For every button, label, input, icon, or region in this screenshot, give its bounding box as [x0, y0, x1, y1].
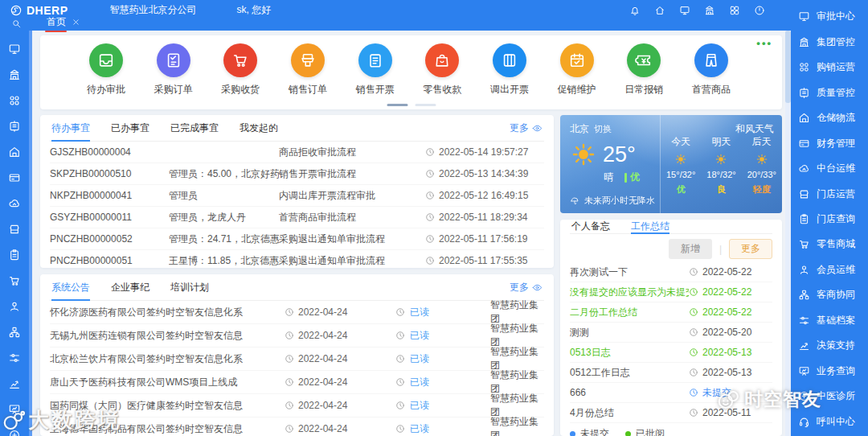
search-button[interactable] — [0, 19, 32, 29]
user-greeting[interactable]: sk, 您好 — [237, 3, 272, 17]
rail-item[interactable] — [8, 139, 21, 165]
sidebar-item[interactable]: 基础档案 — [791, 308, 868, 333]
sidebar-item[interactable]: 会员运维 — [791, 257, 868, 282]
logo-icon — [10, 4, 23, 17]
memo-row[interactable]: 没有提交的应该显示为未提交 2022-05-22 — [570, 282, 772, 302]
monitor-icon[interactable] — [679, 5, 690, 16]
quick-action[interactable]: 日常报销 — [615, 43, 673, 97]
memo-row[interactable]: 0513日志 2022-05-13 — [570, 343, 772, 363]
home-icon[interactable] — [654, 5, 665, 16]
sidebar-item[interactable]: 中台运维 — [791, 156, 868, 181]
sidebar-item[interactable]: 仓储物流 — [791, 105, 868, 130]
memo-row[interactable]: 4月份总结 2022-05-11 — [570, 403, 772, 423]
quick-action[interactable]: 首营商品 — [682, 43, 740, 97]
quick-action[interactable]: 销售开票 — [346, 43, 404, 97]
announcement-row[interactable]: 上海德华国药制品有限公司签约时空智友信息 2022-04-24 已读 智慧药业集… — [50, 417, 544, 436]
rail-item[interactable] — [8, 113, 21, 139]
todo-tab[interactable]: 待办事宜 — [51, 115, 90, 141]
rail-item[interactable] — [8, 88, 21, 113]
rail-item[interactable] — [8, 294, 21, 319]
rail-item[interactable] — [8, 319, 21, 345]
memo-more-button[interactable]: 更多 — [729, 239, 772, 259]
memo-tab[interactable]: 个人备忘 — [571, 220, 610, 233]
warehouse-icon — [8, 146, 21, 158]
rail-item[interactable] — [8, 242, 21, 268]
power-icon[interactable] — [754, 5, 765, 16]
sidebar-item[interactable]: 零售商城 — [791, 232, 868, 257]
sidebar-item[interactable]: 门店查询 — [791, 207, 868, 232]
todo-row[interactable]: PNCZHB00000052 管理员：24.71，北京德惠康医药... 采购退出… — [50, 228, 544, 250]
quick-actions-more-button[interactable]: ••• — [756, 37, 772, 49]
sidebar-item[interactable]: 中医诊所 — [791, 384, 868, 409]
todo-row[interactable]: NKPZHB00000041 管理员 内调出库开票流程审批 2022-05-12… — [50, 185, 544, 207]
announcement-row[interactable]: 怀化济源医药有限公司签约时空智友信息化系 2022-04-24 已读 智慧药业集… — [50, 301, 544, 324]
todo-more-link[interactable]: 更多 — [510, 121, 542, 135]
todo-tab[interactable]: 我发起的 — [240, 115, 278, 141]
rail-item[interactable] — [8, 422, 21, 436]
rail-item[interactable] — [8, 36, 21, 62]
announcement-row[interactable]: 无锡九州医药连锁有限公司签约时空智友信息 2022-04-24 已读 智慧药业集… — [50, 324, 544, 348]
tab-close-icon[interactable] — [72, 18, 80, 27]
quick-action[interactable]: 促销维护 — [548, 43, 606, 97]
quick-action[interactable]: 零售收款 — [413, 43, 471, 97]
memo-add-button[interactable]: 新增 — [669, 239, 712, 259]
memo-row[interactable]: 666 未提交 — [570, 383, 772, 403]
sidebar-item[interactable]: 业务查询 — [791, 359, 868, 384]
sidebar-item[interactable]: 审批中心 — [791, 4, 868, 29]
memo-row[interactable]: 0512工作日志 2022-05-13 — [570, 363, 772, 383]
sun-icon — [755, 153, 768, 166]
sidebar-item[interactable]: 客商协同 — [791, 282, 868, 307]
bank-icon[interactable] — [704, 5, 715, 16]
announcement-row[interactable]: 唐山天予医药科技有限公司WMS项目上线成 2022-04-24 已读 智慧药业集… — [50, 371, 544, 394]
sidebar-item[interactable]: 购销运营 — [791, 55, 868, 80]
memo-row[interactable]: 测测 2022-05-20 — [570, 323, 772, 343]
memo-row[interactable]: 二月份工作总结 2022-05-22 — [570, 302, 772, 323]
announcement-row[interactable]: 国药同煤（大同）医疗健康签约时空智友信息 2022-04-24 已读 智慧药业集… — [50, 394, 544, 417]
rail-item[interactable] — [8, 268, 21, 294]
clock-icon — [395, 354, 405, 364]
sidebar-item[interactable]: 财务管理 — [791, 130, 868, 155]
memo-title: 666 — [570, 387, 689, 398]
pagination-dash-active[interactable] — [387, 104, 407, 106]
quick-action[interactable]: 采购订单 — [145, 43, 203, 97]
todo-row[interactable]: SKPZHB00000510 管理员：45.00，北京好药师药店... 销售开票… — [50, 163, 544, 185]
sidebar-item-label: 仓储物流 — [817, 111, 855, 125]
rail-item[interactable] — [8, 165, 21, 191]
memo-row[interactable]: 再次测试一下 2022-05-22 — [570, 262, 772, 282]
pagination-dash[interactable] — [415, 104, 436, 106]
announcement-tab[interactable]: 培训计划 — [170, 274, 209, 300]
rail-item[interactable] — [8, 191, 21, 216]
todo-tab[interactable]: 已办事宜 — [111, 115, 149, 141]
announcement-tab[interactable]: 系统公告 — [51, 274, 90, 300]
sidebar-item[interactable]: 门店运营 — [791, 181, 868, 206]
tab-home[interactable]: 首页 — [45, 15, 82, 32]
quick-action[interactable]: 销售订单 — [279, 43, 337, 97]
quick-action[interactable]: 采购收货 — [211, 43, 269, 97]
rail-item[interactable] — [8, 397, 21, 422]
bell-icon[interactable] — [629, 5, 641, 16]
quick-action[interactable]: 待办审批 — [77, 43, 135, 97]
weather-switch-city[interactable]: 切换 — [594, 123, 612, 135]
todo-row[interactable]: GSYZHB00000011 管理员，龙虎人丹 首营商品审批流程 2022-05… — [50, 207, 544, 228]
main-scrollbar[interactable] — [785, 31, 791, 436]
sidebar-item[interactable]: 集团管控 — [791, 29, 868, 54]
rail-item[interactable] — [8, 371, 21, 397]
sidebar-item[interactable]: 质量管控 — [791, 80, 868, 105]
rail-item[interactable] — [8, 345, 21, 371]
todo-row[interactable]: PNCZHB00000051 王星博：11.85，北京德惠康医药... 采购退出… — [50, 250, 544, 268]
todo-row[interactable]: GJSZHB00000004 商品拒收审批流程 2022-05-14 19:57… — [50, 142, 544, 163]
apps-icon[interactable] — [729, 5, 740, 16]
quick-action[interactable]: 调出开票 — [481, 43, 538, 97]
todo-tab[interactable]: 已完成事宜 — [170, 115, 219, 141]
sidebar-item[interactable]: 决策支持 — [791, 333, 868, 358]
rail-item[interactable] — [8, 216, 21, 242]
announcement-row[interactable]: 北京松兰饮片有限公司签约时空智友信息化系 2022-04-24 已读 智慧药业集… — [50, 348, 544, 371]
announcements-more-link[interactable]: 更多 — [510, 281, 542, 294]
announcement-tab[interactable]: 企业事纪 — [111, 274, 149, 300]
todo-desc: 管理员：24.71，北京德惠康医药... — [169, 232, 279, 246]
memo-tab[interactable]: 工作总结 — [631, 220, 669, 233]
scrollbar-thumb[interactable] — [785, 31, 791, 103]
cloud-icon — [8, 197, 21, 210]
sidebar-item[interactable]: 呼叫中心 — [791, 409, 868, 434]
rail-item[interactable] — [8, 62, 21, 88]
